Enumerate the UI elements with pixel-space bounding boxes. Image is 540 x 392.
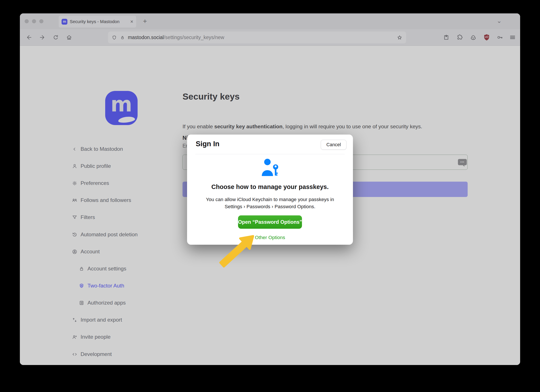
sign-in-dialog: Sign In Cancel Choose how to manage your… bbox=[187, 134, 353, 245]
open-password-options-button[interactable]: Open “Password Options” bbox=[238, 215, 302, 229]
dialog-body-line1: You can allow iCloud Keychain to manage … bbox=[187, 196, 353, 203]
annotation-arrow-icon bbox=[210, 229, 270, 281]
dialog-divider bbox=[195, 154, 345, 154]
cancel-button[interactable]: Cancel bbox=[321, 140, 346, 150]
dialog-title: Sign In bbox=[196, 140, 220, 148]
dialog-body-line2: Settings › Passwords › Password Options. bbox=[187, 203, 353, 210]
browser-window: m Security keys - Mastodon × + ⌄ mastodo… bbox=[20, 13, 520, 365]
dialog-heading: Choose how to manage your passkeys. bbox=[187, 183, 353, 190]
passkey-person-key-icon bbox=[259, 158, 281, 178]
desktop-background: m Security keys - Mastodon × + ⌄ mastodo… bbox=[0, 0, 540, 392]
dialog-body: You can allow iCloud Keychain to manage … bbox=[187, 196, 353, 210]
